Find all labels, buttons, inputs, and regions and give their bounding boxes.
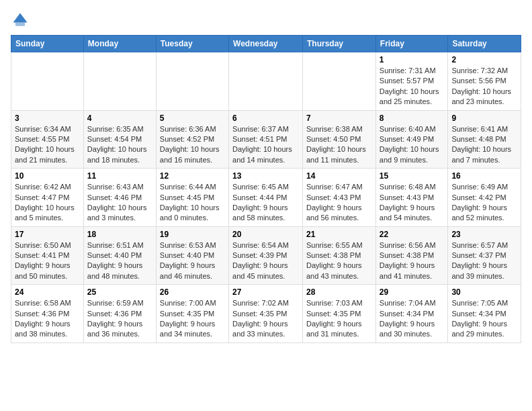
day-number: 27: [232, 287, 299, 297]
day-info: Sunrise: 7:04 AM Sunset: 4:34 PM Dayligh…: [380, 298, 445, 340]
calendar-cell: 3Sunrise: 6:34 AM Sunset: 4:55 PM Daylig…: [11, 110, 84, 169]
day-info: Sunrise: 6:38 AM Sunset: 4:50 PM Dayligh…: [306, 124, 372, 166]
calendar-cell: 18Sunrise: 6:51 AM Sunset: 4:40 PM Dayli…: [83, 226, 156, 285]
calendar-cell: 7Sunrise: 6:38 AM Sunset: 4:50 PM Daylig…: [303, 110, 376, 169]
day-info: Sunrise: 6:47 AM Sunset: 4:43 PM Dayligh…: [306, 182, 372, 224]
calendar-cell: 21Sunrise: 6:55 AM Sunset: 4:38 PM Dayli…: [303, 226, 376, 285]
header: [11, 11, 521, 30]
day-info: Sunrise: 6:53 AM Sunset: 4:40 PM Dayligh…: [160, 240, 225, 282]
day-info: Sunrise: 6:45 AM Sunset: 4:44 PM Dayligh…: [232, 182, 299, 224]
day-info: Sunrise: 7:02 AM Sunset: 4:35 PM Dayligh…: [232, 298, 299, 340]
day-number: 29: [380, 287, 445, 297]
logo: [11, 11, 32, 30]
day-info: Sunrise: 6:56 AM Sunset: 4:38 PM Dayligh…: [380, 240, 445, 282]
day-info: Sunrise: 6:55 AM Sunset: 4:38 PM Dayligh…: [306, 240, 372, 282]
day-number: 17: [15, 230, 80, 239]
day-info: Sunrise: 6:36 AM Sunset: 4:52 PM Dayligh…: [160, 124, 225, 166]
day-number: 7: [306, 113, 372, 123]
day-number: 30: [451, 287, 517, 297]
day-info: Sunrise: 6:40 AM Sunset: 4:49 PM Dayligh…: [380, 124, 445, 166]
calendar-cell: 4Sunrise: 6:35 AM Sunset: 4:54 PM Daylig…: [83, 110, 156, 169]
header-day-thursday: Thursday: [303, 36, 376, 52]
calendar-cell: 30Sunrise: 7:05 AM Sunset: 4:34 PM Dayli…: [448, 285, 521, 343]
day-info: Sunrise: 6:43 AM Sunset: 4:46 PM Dayligh…: [87, 182, 152, 224]
calendar-cell: 8Sunrise: 6:40 AM Sunset: 4:49 PM Daylig…: [375, 110, 448, 169]
day-info: Sunrise: 6:48 AM Sunset: 4:43 PM Dayligh…: [380, 182, 445, 224]
day-info: Sunrise: 6:49 AM Sunset: 4:42 PM Dayligh…: [451, 182, 517, 224]
day-number: 14: [306, 171, 372, 181]
calendar: SundayMondayTuesdayWednesdayThursdayFrid…: [11, 35, 521, 343]
day-number: 15: [380, 171, 445, 181]
day-number: 5: [160, 113, 225, 123]
calendar-week-row: 3Sunrise: 6:34 AM Sunset: 4:55 PM Daylig…: [11, 110, 521, 169]
day-info: Sunrise: 6:57 AM Sunset: 4:37 PM Dayligh…: [451, 240, 517, 282]
calendar-cell: 25Sunrise: 6:59 AM Sunset: 4:36 PM Dayli…: [83, 285, 156, 343]
calendar-cell: 24Sunrise: 6:58 AM Sunset: 4:36 PM Dayli…: [11, 285, 84, 343]
day-info: Sunrise: 7:31 AM Sunset: 5:57 PM Dayligh…: [380, 66, 445, 107]
calendar-cell: 1Sunrise: 7:31 AM Sunset: 5:57 PM Daylig…: [375, 52, 448, 111]
day-info: Sunrise: 6:59 AM Sunset: 4:36 PM Dayligh…: [87, 298, 152, 340]
svg-rect-2: [15, 23, 25, 26]
svg-marker-1: [13, 13, 28, 23]
day-number: 18: [87, 230, 152, 239]
header-day-friday: Friday: [375, 36, 448, 52]
day-info: Sunrise: 6:51 AM Sunset: 4:40 PM Dayligh…: [87, 240, 152, 282]
day-number: 24: [15, 287, 80, 297]
calendar-cell: 10Sunrise: 6:42 AM Sunset: 4:47 PM Dayli…: [11, 169, 84, 227]
calendar-week-row: 1Sunrise: 7:31 AM Sunset: 5:57 PM Daylig…: [11, 52, 521, 111]
header-day-saturday: Saturday: [448, 36, 521, 52]
calendar-week-row: 17Sunrise: 6:50 AM Sunset: 4:41 PM Dayli…: [11, 226, 521, 285]
day-info: Sunrise: 7:05 AM Sunset: 4:34 PM Dayligh…: [451, 298, 517, 340]
calendar-cell: 20Sunrise: 6:54 AM Sunset: 4:39 PM Dayli…: [229, 226, 303, 285]
day-number: 2: [451, 55, 517, 64]
day-number: 19: [160, 230, 225, 239]
header-day-tuesday: Tuesday: [156, 36, 228, 52]
calendar-cell: [303, 52, 376, 111]
calendar-cell: 14Sunrise: 6:47 AM Sunset: 4:43 PM Dayli…: [303, 169, 376, 227]
day-info: Sunrise: 6:37 AM Sunset: 4:51 PM Dayligh…: [232, 124, 299, 166]
day-number: 8: [380, 113, 445, 123]
day-number: 1: [380, 55, 445, 64]
calendar-cell: 5Sunrise: 6:36 AM Sunset: 4:52 PM Daylig…: [156, 110, 228, 169]
day-number: 21: [306, 230, 372, 239]
day-number: 22: [380, 230, 445, 239]
calendar-cell: 27Sunrise: 7:02 AM Sunset: 4:35 PM Dayli…: [229, 285, 303, 343]
calendar-cell: 28Sunrise: 7:03 AM Sunset: 4:35 PM Dayli…: [303, 285, 376, 343]
day-number: 28: [306, 287, 372, 297]
day-number: 4: [87, 113, 152, 123]
day-number: 23: [451, 230, 517, 239]
header-day-wednesday: Wednesday: [229, 36, 303, 52]
day-info: Sunrise: 6:42 AM Sunset: 4:47 PM Dayligh…: [15, 182, 80, 224]
calendar-cell: 22Sunrise: 6:56 AM Sunset: 4:38 PM Dayli…: [375, 226, 448, 285]
day-info: Sunrise: 6:35 AM Sunset: 4:54 PM Dayligh…: [87, 124, 152, 166]
day-number: 12: [160, 171, 225, 181]
day-info: Sunrise: 6:54 AM Sunset: 4:39 PM Dayligh…: [232, 240, 299, 282]
day-number: 3: [15, 113, 80, 123]
day-number: 25: [87, 287, 152, 297]
calendar-cell: 16Sunrise: 6:49 AM Sunset: 4:42 PM Dayli…: [448, 169, 521, 227]
day-number: 16: [451, 171, 517, 181]
calendar-cell: [229, 52, 303, 111]
calendar-cell: [11, 52, 84, 111]
day-number: 11: [87, 171, 152, 181]
calendar-cell: 19Sunrise: 6:53 AM Sunset: 4:40 PM Dayli…: [156, 226, 228, 285]
calendar-cell: 29Sunrise: 7:04 AM Sunset: 4:34 PM Dayli…: [375, 285, 448, 343]
calendar-cell: 15Sunrise: 6:48 AM Sunset: 4:43 PM Dayli…: [375, 169, 448, 227]
day-info: Sunrise: 6:44 AM Sunset: 4:45 PM Dayligh…: [160, 182, 225, 224]
calendar-week-row: 24Sunrise: 6:58 AM Sunset: 4:36 PM Dayli…: [11, 285, 521, 343]
day-number: 26: [160, 287, 225, 297]
day-number: 9: [451, 113, 517, 123]
day-number: 10: [15, 171, 80, 181]
calendar-cell: 12Sunrise: 6:44 AM Sunset: 4:45 PM Dayli…: [156, 169, 228, 227]
calendar-cell: 17Sunrise: 6:50 AM Sunset: 4:41 PM Dayli…: [11, 226, 84, 285]
calendar-cell: 6Sunrise: 6:37 AM Sunset: 4:51 PM Daylig…: [229, 110, 303, 169]
logo-icon: [11, 11, 30, 30]
day-info: Sunrise: 7:03 AM Sunset: 4:35 PM Dayligh…: [306, 298, 372, 340]
header-day-monday: Monday: [83, 36, 156, 52]
calendar-cell: 23Sunrise: 6:57 AM Sunset: 4:37 PM Dayli…: [448, 226, 521, 285]
day-info: Sunrise: 6:58 AM Sunset: 4:36 PM Dayligh…: [15, 298, 80, 340]
calendar-week-row: 10Sunrise: 6:42 AM Sunset: 4:47 PM Dayli…: [11, 169, 521, 227]
day-number: 6: [232, 113, 299, 123]
calendar-cell: 11Sunrise: 6:43 AM Sunset: 4:46 PM Dayli…: [83, 169, 156, 227]
calendar-header-row: SundayMondayTuesdayWednesdayThursdayFrid…: [11, 36, 521, 52]
